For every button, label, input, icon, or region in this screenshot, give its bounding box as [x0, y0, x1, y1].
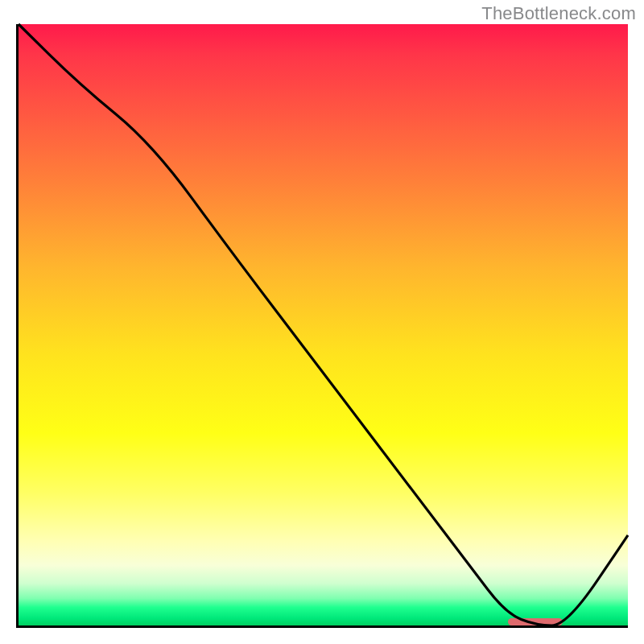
plot-area	[16, 24, 628, 628]
bottleneck-curve-path	[19, 24, 628, 625]
attribution-text: TheBottleneck.com	[481, 3, 636, 24]
curve-svg	[19, 24, 628, 625]
chart-container: TheBottleneck.com	[0, 0, 644, 644]
